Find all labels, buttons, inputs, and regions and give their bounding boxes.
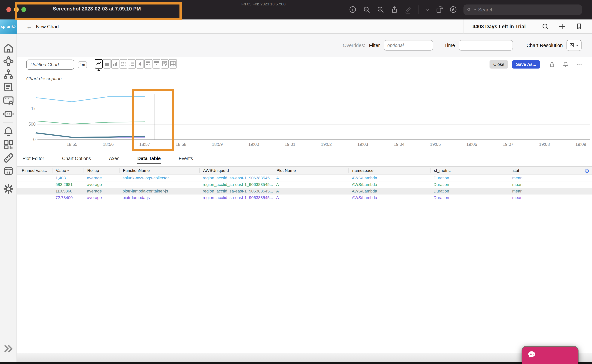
table-export-icon[interactable] xyxy=(584,168,590,174)
markup-pencil-icon[interactable] xyxy=(404,5,413,14)
chart-title-input[interactable] xyxy=(26,59,74,70)
sidebar-item-dashboards[interactable] xyxy=(0,138,17,151)
chart-description-input[interactable] xyxy=(26,76,139,81)
nav-icons xyxy=(541,22,583,30)
chart-type-dotrows-icon[interactable] xyxy=(119,59,127,69)
column-header-rollup[interactable]: Rollup xyxy=(84,168,119,173)
chart-type-line-icon[interactable] xyxy=(95,59,103,69)
column-header-awsuniqueid[interactable]: AWSUniqueId xyxy=(199,168,273,173)
zoom-out-icon[interactable] xyxy=(362,5,371,14)
column-header-value[interactable]: Value˅ xyxy=(52,168,84,173)
chart-type-alert-box-icon[interactable] xyxy=(152,59,160,69)
chart-plot-area[interactable]: 1k5000 18:5518:5618:5718:5818:5919:0019:… xyxy=(17,88,592,152)
overrides-bar: Overrides: Filter Time Chart Resolution xyxy=(17,34,592,57)
column-header-stat[interactable]: stat xyxy=(509,168,583,173)
sidebar-item-metric-finder[interactable] xyxy=(0,164,17,177)
minimize-window-button[interactable] xyxy=(14,7,19,12)
x-axis-tick: 19:04 xyxy=(394,142,404,147)
tab-events[interactable]: Events xyxy=(179,156,193,164)
sidebar-item-apm[interactable] xyxy=(0,55,17,68)
chevron-down-icon[interactable] xyxy=(425,7,430,12)
tab-axes[interactable]: Axes xyxy=(109,156,119,164)
trial-days-text: 3403 Days Left in Trial xyxy=(473,24,526,30)
time-input[interactable] xyxy=(459,40,513,51)
search-input[interactable] xyxy=(478,7,579,13)
cell-plot_name: A xyxy=(273,176,349,181)
sidebar-item-home[interactable] xyxy=(0,42,17,55)
share-icon[interactable] xyxy=(390,5,399,14)
back-arrow-icon[interactable]: ← xyxy=(26,23,32,30)
column-header-namespace[interactable]: namespace xyxy=(349,168,430,173)
sidebar-item-synthetics[interactable] xyxy=(0,107,17,120)
page-title: New Chart xyxy=(36,24,59,30)
table-row[interactable]: 1,403averagesplunk-aws-logs-collectorreg… xyxy=(17,175,592,182)
chart-type-column-icon[interactable] xyxy=(111,59,119,69)
sidebar-expand-button[interactable] xyxy=(0,340,17,357)
y-axis-tick: 500 xyxy=(20,122,36,127)
tab-plot-editor[interactable]: Plot Editor xyxy=(22,156,44,164)
x-axis-tick: 19:09 xyxy=(575,142,586,147)
close-button[interactable]: Close xyxy=(490,60,508,69)
splunk-logo: splunk> xyxy=(0,20,17,34)
window-title: Screenshot 2023-02-03 at 7.09.10 PM xyxy=(53,6,141,12)
chat-widget-button[interactable] xyxy=(522,347,578,364)
sidebar-item-log-observer[interactable] xyxy=(0,81,17,94)
sidebar-toggle-icon[interactable] xyxy=(37,6,45,14)
table-row[interactable]: 72.73400averagepiotr-lambda-jsregion_acc… xyxy=(17,195,592,201)
column-header-pinned-valu-[interactable]: Pinned Valu... xyxy=(17,168,52,173)
cell-namespace: AWS/Lambda xyxy=(349,176,430,181)
chart-type-table-icon[interactable] xyxy=(169,59,177,69)
bell-icon[interactable] xyxy=(562,61,569,68)
x-axis-tick: 18:55 xyxy=(66,142,77,147)
chart-type-area-icon[interactable] xyxy=(103,59,111,69)
sidebar-item-infrastructure[interactable] xyxy=(0,68,17,81)
status-timestamp: Fri 03 Feb 2023 18:57:00 xyxy=(241,2,285,6)
cell-function_name: splunk-aws-logs-collector xyxy=(119,176,199,181)
cell-rollup: average xyxy=(84,189,119,194)
tab-data-table[interactable]: Data Table xyxy=(137,156,161,164)
cell-value: 583.2681 xyxy=(52,182,84,187)
cell-namespace: AWS/Lambda xyxy=(349,189,430,194)
close-window-button[interactable] xyxy=(6,7,11,12)
table-header-row: Pinned Valu...Value˅RollupFunctionNameAW… xyxy=(17,166,592,175)
cell-stat: mean xyxy=(509,176,583,181)
chat-bubble-icon xyxy=(527,351,537,359)
sidebar-item-alerts[interactable] xyxy=(0,125,17,138)
zoom-window-button[interactable] xyxy=(21,7,26,12)
bookmark-icon[interactable] xyxy=(575,22,583,30)
column-header-plot-name[interactable]: Plot Name xyxy=(273,168,349,173)
chart-type-heatmap-icon[interactable] xyxy=(144,59,152,69)
column-header-sf-metric[interactable]: sf_metric xyxy=(430,168,509,173)
chevron-down-icon[interactable] xyxy=(46,7,50,12)
chart-type-list-icon[interactable] xyxy=(128,59,136,69)
sidebar-item-metrics[interactable] xyxy=(0,151,17,164)
chart-resolution-button[interactable] xyxy=(566,40,581,51)
ellipsis-menu-icon[interactable] xyxy=(576,61,583,68)
cell-stat: mean xyxy=(509,195,583,200)
time-range-badge[interactable]: 1m xyxy=(78,61,87,68)
cell-sf_metric: Duration xyxy=(430,182,509,187)
zoom-in-icon[interactable] xyxy=(376,5,385,14)
plus-icon[interactable] xyxy=(558,22,566,30)
window-bottom-edge xyxy=(0,362,592,364)
share-icon[interactable] xyxy=(549,61,556,68)
sidebar-item-rum[interactable] xyxy=(0,94,17,107)
search-icon[interactable] xyxy=(541,22,549,30)
back-nav[interactable]: ← New Chart xyxy=(26,20,59,34)
column-header-functionname[interactable]: FunctionName xyxy=(119,168,199,173)
toolbar-search-box[interactable] xyxy=(463,5,582,15)
table-row[interactable]: 583.2681averageregion_acctid_sa-east-1_9… xyxy=(17,182,592,188)
chart-type-single-value-icon[interactable]: 4 xyxy=(136,59,144,69)
x-axis-tick: 19:06 xyxy=(466,142,477,147)
highlight-a-icon[interactable] xyxy=(449,5,458,14)
chevron-down-icon xyxy=(575,43,579,47)
sidebar-item-settings[interactable] xyxy=(0,182,17,195)
rotate-icon[interactable] xyxy=(435,5,444,14)
filter-input[interactable] xyxy=(384,40,433,51)
tab-chart-options[interactable]: Chart Options xyxy=(62,156,91,164)
chart-type-text-note-icon[interactable] xyxy=(161,59,169,69)
cell-sf_metric: Duration xyxy=(430,189,509,194)
save-as-button[interactable]: Save As... xyxy=(512,60,540,69)
table-row[interactable]: 110.5860averagepiotr-lambda-container-js… xyxy=(17,188,592,195)
info-icon[interactable] xyxy=(349,5,357,14)
